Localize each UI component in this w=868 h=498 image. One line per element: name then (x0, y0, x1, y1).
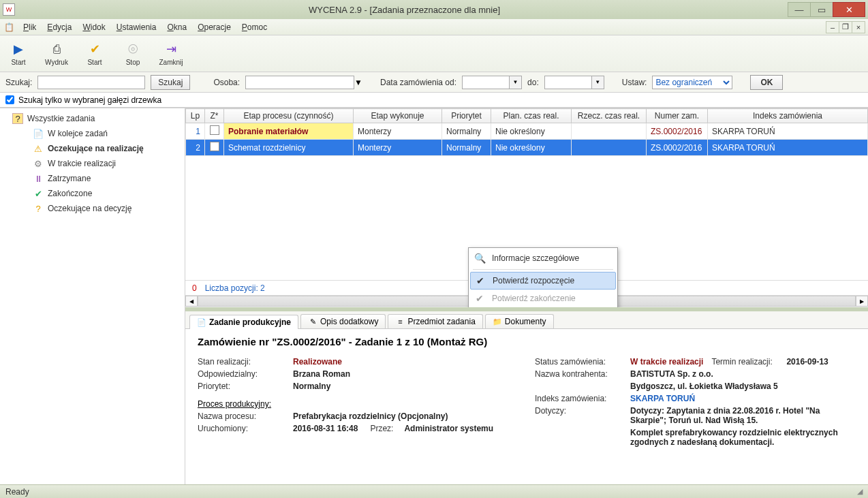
odp-value: Brzana Roman (293, 369, 350, 379)
tree-item[interactable]: ⚙W trakcie realizacji (0, 156, 185, 171)
tree-icon: ⚠ (33, 143, 44, 154)
status-bar: Ready ◢ (0, 484, 868, 498)
grid-wrap: LpZ*Etap procesu (czynność)Etap wykonuje… (185, 108, 868, 307)
column-header[interactable]: Plan. czas real. (491, 109, 572, 123)
context-menu-item[interactable]: 🔍Informacje szczegółowe (470, 249, 616, 267)
menu-pomoc[interactable]: Pomoc (238, 21, 271, 33)
app-icon: W (3, 3, 15, 16)
chevron-down-icon[interactable]: ▼ (354, 78, 362, 87)
kontr-addr: Bydgoszcz, ul. Łokietka Władysława 5 (630, 382, 778, 391)
date-from-input[interactable] (462, 76, 510, 89)
column-header[interactable]: Etap wykonuje (354, 109, 442, 123)
table-row[interactable]: 1Pobranie materiałówMonterzyNormalnyNie … (186, 123, 868, 140)
wydruk-icon: ⎙ (48, 41, 65, 57)
prio-value: Normalny (293, 382, 330, 391)
scroll-left-button[interactable]: ◀ (185, 296, 198, 307)
data-grid: LpZ*Etap procesu (czynność)Etap wykonuje… (185, 108, 868, 156)
context-menu-item[interactable]: ✔Potwierdź rozpoczęcie (470, 272, 616, 290)
menu-ustawienia[interactable]: Ustawienia (112, 21, 161, 33)
dot-value: Dotyczy: Zapytania z dnia 22.08.2016 r. … (630, 406, 856, 425)
chevron-down-icon[interactable]: ▼ (510, 76, 522, 89)
menu-icon: ✔ (474, 275, 487, 286)
toolbar-stop-button[interactable]: ⦾Stop (119, 41, 147, 66)
scroll-right-button[interactable]: ▶ (856, 296, 868, 307)
details-panel: Zamówienie nr "ZS.0002/2016" - Zadanie 1… (185, 329, 868, 484)
main-area: ? Wszystkie zadania 📄W kolejce zadań⚠Ocz… (0, 108, 868, 484)
column-header[interactable]: Etap procesu (czynność) (224, 109, 354, 123)
column-header[interactable]: Priorytet (442, 109, 491, 123)
column-header[interactable]: Z* (205, 109, 224, 123)
minimize-button[interactable]: — (788, 2, 811, 17)
tab[interactable]: ✎Opis dodatkowy (300, 314, 386, 328)
tab[interactable]: ≡Przedmiot zadania (388, 314, 482, 328)
ok-button[interactable]: OK (750, 75, 783, 90)
tab[interactable]: 📄Zadanie produkcyjne (189, 315, 298, 329)
date-to-input[interactable] (544, 76, 592, 89)
date-from-label: Data zamówienia od: (380, 78, 456, 87)
tab[interactable]: 📁Dokumenty (485, 314, 554, 328)
termin-value: 2016-09-13 (786, 357, 828, 367)
tree-item[interactable]: ⚠Oczekujące na realizację (0, 141, 185, 156)
search-label: Szukaj: (5, 78, 32, 87)
tree-icon: 📄 (33, 128, 44, 139)
ustaw-label: Ustaw: (622, 78, 647, 87)
toolbar-start-button[interactable]: ▶Start (4, 41, 33, 66)
zamknij-icon: ⇥ (163, 41, 179, 57)
proc-value: Prefabrykacja rozdzielnicy (Opcjonalny) (293, 411, 448, 421)
column-header[interactable]: Lp (186, 109, 205, 123)
chevron-down-icon[interactable]: ▼ (592, 76, 604, 89)
calendar-icon: 📋 (3, 21, 15, 33)
context-menu: 🔍Informacje szczegółowe✔Potwierdź rozpoc… (468, 247, 618, 307)
tree-root[interactable]: ? Wszystkie zadania (0, 111, 185, 126)
mdi-minimize-button[interactable]: – (826, 21, 839, 33)
przez-value: Administrator systemu (404, 424, 493, 433)
titlebar: W WYCENA 2.9 - [Zadania przeznaczone dla… (0, 0, 868, 19)
tab-icon: 📁 (493, 317, 502, 326)
only-branch-checkbox[interactable] (5, 95, 14, 104)
menu-operacje[interactable]: Operacje (193, 21, 235, 33)
search-button[interactable]: Szukaj (151, 75, 190, 90)
checkbox[interactable] (210, 125, 219, 135)
tree-item[interactable]: ⏸Zatrzymane (0, 171, 185, 186)
tree-item[interactable]: ✔Zakończone (0, 186, 185, 201)
content: LpZ*Etap procesu (czynność)Etap wykonuje… (185, 108, 868, 484)
checkbox[interactable] (210, 142, 219, 151)
toolbar-start-button[interactable]: ✔Start (80, 41, 109, 66)
osoba-label: Osoba: (213, 78, 240, 87)
details-title: Zamówienie nr "ZS.0002/2016" - Zadanie 1… (198, 336, 856, 347)
menu-icon: ✔ (473, 293, 486, 304)
kontr-value: BATISTUTA Sp. z o.o. (630, 369, 713, 379)
status-value: W trakcie realizacji (630, 357, 703, 367)
tree-item[interactable]: 📄W kolejce zadań (0, 126, 185, 141)
dot-value2: Komplet sprefabrykowancy rozdzielnic ele… (630, 428, 856, 447)
context-menu-item: ✔Potwierdź zakończenie (470, 290, 616, 307)
question-icon: ? (12, 113, 23, 124)
tab-icon: 📄 (197, 317, 206, 327)
menu-plik[interactable]: Plik (19, 21, 40, 33)
menu-edycja[interactable]: Edycja (43, 21, 76, 33)
tree-item[interactable]: ?Oczekujące na decyzję (0, 201, 185, 216)
tab-icon: ✎ (308, 317, 317, 326)
toolbar-zamknij-button[interactable]: ⇥Zamknij (157, 41, 185, 66)
maximize-button[interactable]: ▭ (810, 2, 833, 17)
mdi-close-button[interactable]: × (852, 21, 865, 33)
section-header: Proces produkcyjny: (198, 399, 518, 409)
table-row[interactable]: 2Schemat rozdzielnicyMonterzyNormalnyNie… (186, 140, 868, 156)
search-input[interactable] (37, 76, 145, 89)
close-button[interactable]: ✕ (833, 2, 865, 17)
column-header[interactable]: Numer zam. (647, 109, 708, 123)
tree-icon: ⚙ (33, 158, 44, 169)
filter-bar: Szukaj: Szukaj Osoba: ▼ Data zamówienia … (0, 72, 868, 93)
toolbar-wydruk-button[interactable]: ⎙Wydruk (42, 41, 71, 66)
resize-grip-icon[interactable]: ◢ (857, 487, 863, 496)
filter-bar-2: Szukaj tylko w wybranej gałęzi drzewka (0, 93, 868, 108)
column-header[interactable]: Rzecz. czas real. (572, 109, 647, 123)
indeks-value: SKARPA TORUŃ (630, 394, 695, 403)
toolbar: ▶Start⎙Wydruk✔Start⦾Stop⇥Zamknij (0, 35, 868, 72)
menu-okna[interactable]: Okna (163, 21, 191, 33)
column-header[interactable]: Indeks zamówienia (708, 109, 868, 123)
osoba-combo[interactable] (245, 76, 354, 89)
mdi-restore-button[interactable]: ❐ (839, 21, 852, 33)
ustaw-select[interactable]: Bez ograniczeń (652, 76, 732, 89)
menu-widok[interactable]: Widok (78, 21, 109, 33)
